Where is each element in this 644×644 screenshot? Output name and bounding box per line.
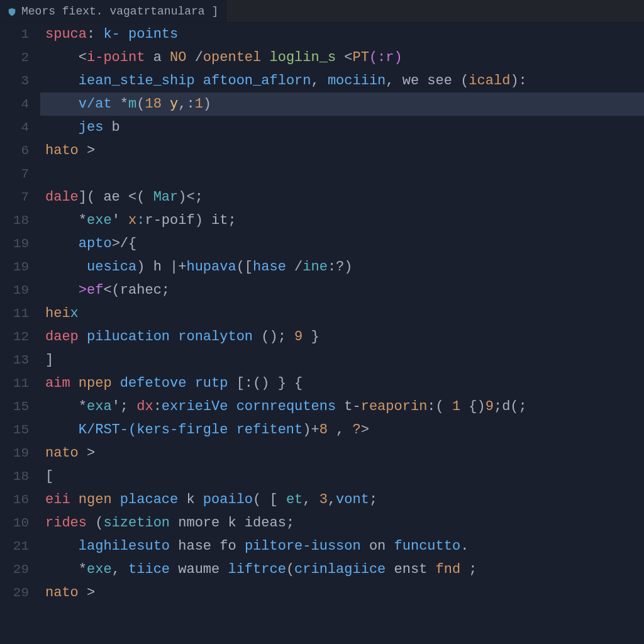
code-line[interactable]: hato > xyxy=(45,139,644,162)
code-line[interactable]: K/RST-(kers-firgle refitent)+8 , ?> xyxy=(45,418,644,441)
code-token: t- xyxy=(336,399,361,414)
code-line[interactable]: eii ngen placace k poailo( [ et, 3,vont; xyxy=(45,488,644,511)
code-line[interactable]: apto>/{ xyxy=(45,232,644,255)
code-token: reaporin xyxy=(361,399,428,414)
code-token xyxy=(45,422,79,438)
code-token: , xyxy=(328,492,336,508)
code-token xyxy=(162,96,170,112)
line-number: 16 xyxy=(0,488,29,511)
code-line[interactable]: v/at *m(18 y,:1) xyxy=(45,92,644,116)
code-token: b xyxy=(103,119,119,135)
code-token: , xyxy=(303,492,319,508)
code-token: ) h |+ xyxy=(136,259,186,275)
code-token: ? xyxy=(353,422,361,438)
line-number: 19 xyxy=(0,279,29,302)
code-token: mociiin xyxy=(328,73,386,89)
code-token: kers-firgle refitent xyxy=(136,422,303,438)
code-token xyxy=(112,492,120,508)
code-line[interactable]: heix xyxy=(45,302,644,325)
code-content[interactable]: spuca: k- points <i-point a NO /opentel … xyxy=(40,23,644,644)
code-line[interactable]: uesica) h |+hupava([hase /ine:?) xyxy=(45,255,644,279)
code-line[interactable]: *exe' x:r-poif) it; xyxy=(45,209,644,232)
code-token: [:() } { xyxy=(228,375,303,391)
code-line[interactable]: >ef<(rahec; xyxy=(45,279,644,302)
code-token xyxy=(70,492,79,508)
code-token: cornrequtens xyxy=(236,399,336,414)
code-token: rides xyxy=(45,515,87,531)
code-token: )+ xyxy=(303,422,319,438)
code-token: y xyxy=(170,96,178,112)
code-line[interactable]: nato > xyxy=(45,581,644,604)
code-token: )<; xyxy=(178,189,203,205)
code-token: 8 xyxy=(319,422,328,438)
code-token: on xyxy=(361,538,394,554)
code-line[interactable]: <i-point a NO /opentel loglin_s <PT(:r) xyxy=(45,46,644,69)
code-token: a xyxy=(145,50,170,65)
code-token: r-poif) it; xyxy=(145,213,236,228)
code-line[interactable]: *exe, tiice waume liftrce(crinlagiice en… xyxy=(45,558,644,581)
code-line[interactable]: aim npep defetove rutp [:() } { xyxy=(45,372,644,395)
line-number: 15 xyxy=(0,418,29,441)
code-token: hato xyxy=(45,143,79,158)
code-token: poailo xyxy=(203,492,253,508)
code-token: {) xyxy=(460,399,486,414)
code-token: exe xyxy=(87,562,112,577)
code-token xyxy=(79,329,87,345)
code-token: ( xyxy=(87,515,103,531)
code-token: . xyxy=(460,538,469,554)
line-number: 15 xyxy=(0,395,29,418)
code-token: >/{ xyxy=(112,236,137,252)
code-token: enst xyxy=(386,562,435,577)
line-number: 3 xyxy=(0,69,29,92)
code-line[interactable]: laghilesuto hase fo piltore-iusson on fu… xyxy=(45,535,644,558)
code-token: ( xyxy=(136,96,145,112)
code-token: , xyxy=(311,73,328,89)
code-line[interactable]: nato > xyxy=(45,441,644,465)
code-line[interactable]: daep pilucation ronalyton (); 9 } xyxy=(45,325,644,348)
code-token: ; xyxy=(369,492,377,508)
code-token: ;d(; xyxy=(494,399,527,414)
code-line[interactable]: dale]( ae <( Mar)<; xyxy=(45,186,644,209)
code-line[interactable] xyxy=(45,162,644,186)
code-token: * xyxy=(79,399,87,414)
code-token: > xyxy=(79,143,95,158)
code-token: '; xyxy=(112,399,128,414)
code-line[interactable]: rides (sizetion nmore k ideas; xyxy=(45,511,644,535)
code-token: k- points xyxy=(103,26,178,42)
code-token: ([ xyxy=(236,259,253,275)
code-line[interactable]: iean_stie_ship aftoon_aflorn, mociiin, w… xyxy=(45,69,644,92)
code-token xyxy=(45,73,79,89)
code-token xyxy=(45,96,79,112)
code-token: } xyxy=(303,329,319,345)
code-token: < xyxy=(79,50,87,65)
code-token xyxy=(45,119,79,135)
code-token: ine xyxy=(303,259,328,275)
code-token: defetove rutp xyxy=(120,375,228,391)
code-token: >ef xyxy=(79,282,104,298)
code-token: k xyxy=(178,492,203,508)
code-line[interactable]: [ xyxy=(45,465,644,488)
code-token: > xyxy=(361,422,369,438)
code-token: eii xyxy=(45,492,70,508)
code-token xyxy=(45,213,79,228)
code-token xyxy=(112,375,120,391)
code-editor[interactable]: 1234467718191919111213111515191816102129… xyxy=(0,23,644,644)
code-token: npep xyxy=(79,375,112,391)
code-line[interactable]: spuca: k- points xyxy=(45,23,644,46)
code-token: waume xyxy=(170,562,228,577)
code-token: placace xyxy=(120,492,178,508)
code-token: * xyxy=(79,562,87,577)
code-token: , xyxy=(328,422,353,438)
code-line[interactable]: jes b xyxy=(45,116,644,139)
code-token: PT xyxy=(353,50,369,65)
code-token: dale xyxy=(45,189,79,205)
code-token: 1 xyxy=(195,96,203,112)
code-token: : xyxy=(87,26,103,42)
code-line[interactable]: *exa'; dx:exrieiVe cornrequtens t-reapor… xyxy=(45,395,644,418)
code-line[interactable]: ] xyxy=(45,348,644,372)
code-token: 18 xyxy=(145,96,161,112)
code-token: , xyxy=(112,562,128,577)
line-number: 18 xyxy=(0,209,29,232)
editor-tab[interactable]: Meors fiext. vagatrtanulara ] xyxy=(0,0,226,22)
line-number: 19 xyxy=(0,255,29,279)
